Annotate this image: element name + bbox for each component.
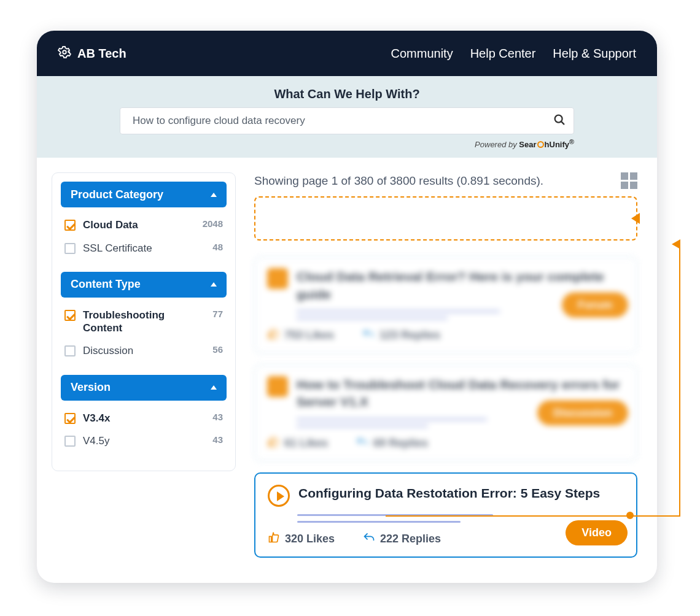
caret-up-icon bbox=[211, 282, 217, 287]
caret-up-icon bbox=[211, 385, 217, 390]
thumbs-up-icon bbox=[268, 531, 280, 547]
result-title: Configuring Data Restotation Error: 5 Ea… bbox=[298, 485, 600, 507]
caret-up-icon bbox=[211, 193, 217, 197]
facet-label: Discussion bbox=[83, 344, 205, 357]
facet-count: 77 bbox=[212, 309, 223, 319]
facet-item-troubleshooting[interactable]: Troubleshooting Content 77 bbox=[63, 304, 224, 340]
brand-name: AB Tech bbox=[77, 47, 126, 61]
grid-view-icon[interactable] bbox=[621, 172, 637, 189]
facet-label: V4.5y bbox=[83, 434, 205, 447]
top-nav: Community Help Center Help & Support bbox=[391, 47, 637, 61]
result-card: How to Troubleshoot Cloud Data Recovery … bbox=[254, 364, 637, 461]
result-likes: 61 Likes bbox=[284, 437, 328, 450]
search-banner: What Can We Help With? Powered by SearhU… bbox=[37, 76, 657, 158]
facet-title: Version bbox=[71, 381, 111, 394]
nav-community[interactable]: Community bbox=[391, 47, 453, 61]
search-icon[interactable] bbox=[553, 113, 566, 129]
featured-placeholder bbox=[254, 196, 637, 241]
facet-count: 43 bbox=[212, 434, 223, 445]
checkbox-icon[interactable] bbox=[64, 345, 76, 356]
facet-item-v45y[interactable]: V4.5y 43 bbox=[63, 429, 224, 452]
result-tag[interactable]: Video bbox=[566, 520, 628, 545]
result-replies: 123 Replies bbox=[379, 329, 440, 342]
search-box[interactable] bbox=[120, 107, 574, 134]
facet-label: SSL Certificate bbox=[83, 242, 205, 255]
facet-count: 56 bbox=[212, 344, 223, 355]
thumbs-up-icon bbox=[267, 328, 279, 343]
facet-title: Content Type bbox=[71, 278, 141, 291]
facet-count: 43 bbox=[212, 412, 223, 422]
arrow-left-icon bbox=[631, 213, 640, 224]
result-likes: 753 Likes bbox=[284, 329, 334, 342]
connector-dot bbox=[626, 512, 634, 519]
reply-icon bbox=[363, 531, 375, 547]
facet-label: V3.4x bbox=[83, 412, 205, 425]
facet-header-product-category[interactable]: Product Category bbox=[61, 182, 227, 207]
facet-item-cloud-data[interactable]: Cloud Data 2048 bbox=[63, 214, 224, 236]
result-replies: 69 Replies bbox=[373, 437, 428, 450]
result-card-video[interactable]: Configuring Data Restotation Error: 5 Ea… bbox=[254, 472, 637, 558]
reply-icon bbox=[362, 328, 375, 343]
powered-by: Powered by SearhUnify® bbox=[120, 138, 574, 149]
forum-icon bbox=[267, 268, 288, 289]
checkbox-icon[interactable] bbox=[64, 220, 76, 231]
app-card: AB Tech Community Help Center Help & Sup… bbox=[37, 31, 657, 583]
gear-icon bbox=[58, 45, 71, 62]
facet-count: 48 bbox=[212, 242, 223, 252]
svg-line-2 bbox=[561, 121, 564, 124]
play-icon bbox=[268, 485, 290, 507]
facet-item-v34x[interactable]: V3.4x 43 bbox=[63, 407, 224, 429]
connector-line bbox=[679, 244, 680, 517]
facet-item-discussion[interactable]: Discussion 56 bbox=[63, 339, 224, 362]
reply-icon bbox=[356, 436, 368, 451]
facet-header-version[interactable]: Version bbox=[61, 375, 227, 401]
header-bar: AB Tech Community Help Center Help & Sup… bbox=[37, 31, 657, 76]
searchunify-logo: SearhUnify® bbox=[519, 140, 574, 149]
result-replies: 222 Replies bbox=[380, 533, 441, 545]
banner-title: What Can We Help With? bbox=[37, 87, 657, 101]
checkbox-icon[interactable] bbox=[64, 310, 76, 321]
result-tag: Discussion bbox=[537, 400, 628, 425]
facet-count: 2048 bbox=[203, 218, 223, 229]
facet-label: Troubleshooting Content bbox=[83, 309, 205, 335]
facets-panel: Product Category Cloud Data 2048 SSL Cer… bbox=[52, 172, 236, 471]
checkbox-icon[interactable] bbox=[64, 436, 76, 447]
results-column: Showing page 1 of 380 of 3800 results (0… bbox=[254, 172, 637, 568]
result-tag: Forum bbox=[562, 293, 628, 318]
arrow-left-icon bbox=[672, 239, 680, 249]
nav-help-support[interactable]: Help & Support bbox=[553, 47, 636, 61]
facet-item-ssl-certificate[interactable]: SSL Certificate 48 bbox=[63, 237, 224, 260]
facet-header-content-type[interactable]: Content Type bbox=[61, 272, 227, 298]
checkbox-icon[interactable] bbox=[64, 413, 76, 424]
result-likes: 320 Likes bbox=[285, 533, 335, 545]
facet-label: Cloud Data bbox=[83, 218, 195, 231]
checkbox-icon[interactable] bbox=[64, 243, 76, 254]
thumbs-up-icon bbox=[267, 436, 279, 451]
result-card: Cloud Data Retrieval Error? Here is your… bbox=[254, 256, 637, 353]
search-input[interactable] bbox=[133, 115, 553, 127]
discussion-icon bbox=[267, 376, 288, 397]
svg-point-0 bbox=[63, 50, 66, 54]
result-title: How to Troubleshoot Cloud Data Recovery … bbox=[297, 376, 624, 411]
brand[interactable]: AB Tech bbox=[58, 45, 126, 62]
result-title: Cloud Data Retrieval Error? Here is your… bbox=[297, 268, 624, 303]
facet-title: Product Category bbox=[71, 188, 163, 201]
nav-help-center[interactable]: Help Center bbox=[470, 47, 536, 61]
results-summary: Showing page 1 of 380 of 3800 results (0… bbox=[254, 174, 543, 188]
built-on: Built on Zendesk Guide bbox=[37, 581, 657, 583]
